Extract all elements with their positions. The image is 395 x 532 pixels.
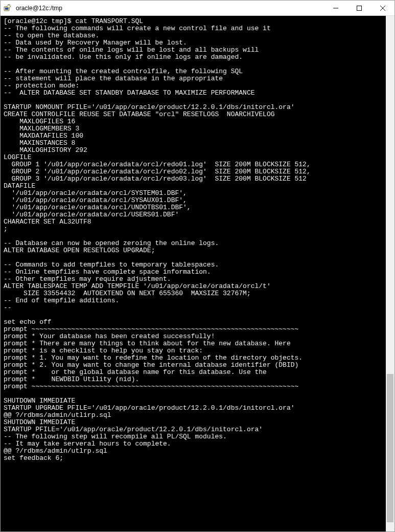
putty-icon (4, 4, 12, 12)
titlebar[interactable]: oracle@12c:/tmp (1, 1, 394, 16)
svg-rect-1 (5, 8, 8, 10)
maximize-button[interactable] (347, 1, 371, 16)
terminal-area: [oracle@12c tmp]$ cat TRANSPORT.SQL -- T… (1, 16, 394, 531)
scrollbar[interactable] (386, 16, 394, 531)
window-title: oracle@12c:/tmp (15, 5, 324, 12)
terminal-output[interactable]: [oracle@12c tmp]$ cat TRANSPORT.SQL -- T… (1, 16, 386, 531)
svg-rect-4 (357, 6, 362, 10)
close-button[interactable] (371, 1, 394, 16)
scrollbar-thumb[interactable] (387, 374, 393, 522)
minimize-button[interactable] (324, 1, 347, 16)
terminal-window: oracle@12c:/tmp [oracle@12c tmp]$ cat TR… (0, 0, 395, 532)
svg-line-2 (8, 4, 10, 5)
